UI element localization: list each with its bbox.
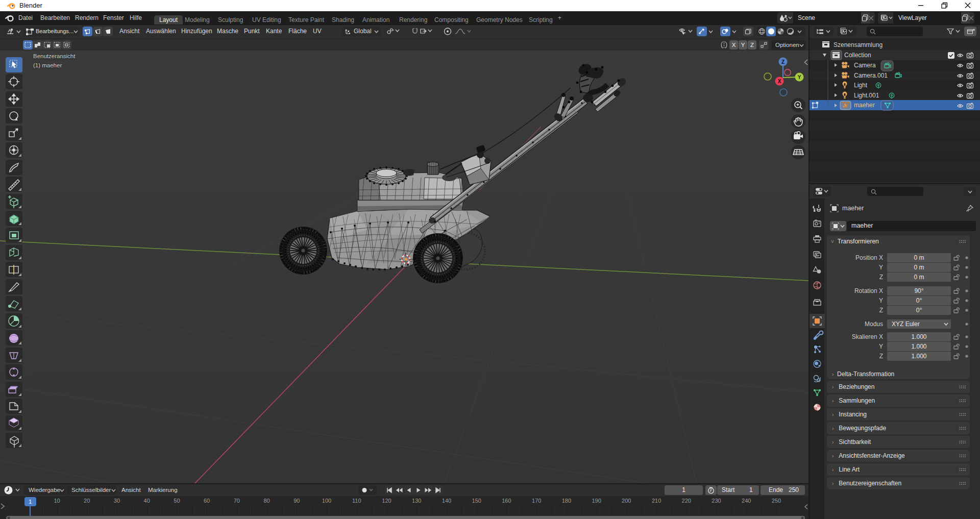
svg-text:Light: Light [854, 82, 868, 89]
svg-text:maeher: maeher [854, 102, 875, 109]
svg-text:Light.001: Light.001 [854, 92, 879, 99]
svg-text:X: X [778, 79, 781, 84]
svg-text:Z: Z [781, 59, 785, 65]
svg-text:Camera.001: Camera.001 [854, 72, 888, 79]
svg-text:Collection: Collection [844, 52, 871, 59]
svg-text:Camera: Camera [854, 62, 876, 69]
svg-text:Y: Y [798, 75, 801, 80]
svg-text:Szenensammlung: Szenensammlung [834, 41, 883, 48]
